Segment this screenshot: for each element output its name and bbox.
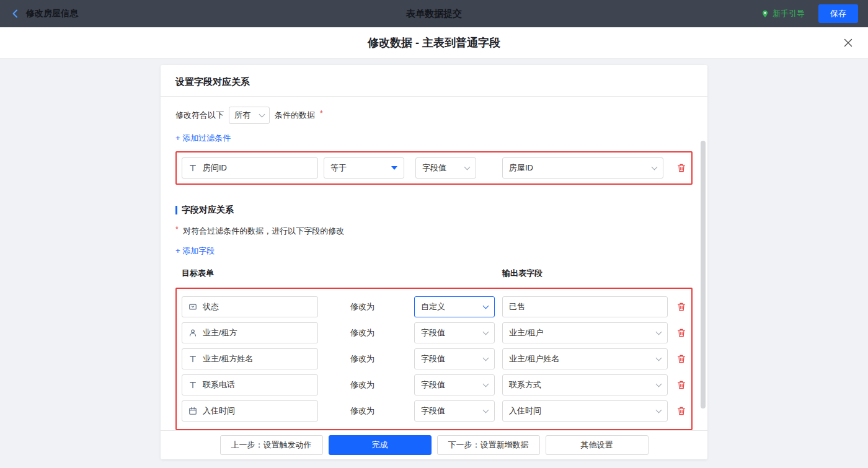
filter-condition-box: 房间ID 等于 字段值 房屋ID (175, 151, 693, 185)
modify-label: 修改为 (350, 353, 380, 364)
chevron-left-icon (10, 8, 21, 19)
modify-label: 修改为 (350, 405, 380, 417)
location-pin-icon (761, 9, 769, 19)
chevron-down-icon (483, 303, 489, 309)
filter-scope-line: 修改符合以下 所有 条件的数据 * (175, 107, 693, 124)
target-field-input[interactable]: 业主/租方 (182, 322, 318, 343)
chevron-down-icon (656, 329, 662, 335)
mapping-row: 状态 修改为 自定义 已售 (182, 296, 686, 317)
filter-value-select[interactable]: 房屋ID (502, 157, 663, 179)
trash-icon (676, 328, 686, 338)
chevron-down-icon (483, 381, 489, 387)
column-output-field: 输出表字段 (502, 268, 542, 279)
next-step-button[interactable]: 下一步：设置新增数据 (437, 435, 540, 455)
value-type-label: 字段值 (422, 162, 446, 174)
text-field-icon (188, 355, 197, 363)
trash-icon (676, 380, 686, 390)
back-label[interactable]: 修改房屋信息 (26, 8, 78, 19)
filter-scope-value: 所有 (234, 110, 250, 121)
back-button[interactable] (10, 8, 21, 19)
delete-row-icon[interactable] (676, 302, 686, 312)
trash-icon (676, 354, 686, 364)
chevron-down-icon (483, 407, 489, 413)
modify-type-select[interactable]: 字段值 (414, 400, 495, 422)
text-field-icon (188, 164, 197, 172)
output-field-select[interactable]: 联系方式 (502, 374, 668, 395)
done-button[interactable]: 完成 (329, 435, 432, 455)
filter-suffix-label: 条件的数据 (275, 110, 315, 121)
operator-select[interactable]: 等于 (324, 157, 404, 179)
topbar: 修改房屋信息 表单数据提交 新手引导 保存 (0, 0, 868, 27)
delete-row-icon[interactable] (676, 354, 686, 364)
filter-value-label: 房屋ID (509, 162, 533, 174)
target-field-input[interactable]: 状态 (182, 296, 318, 317)
filter-prefix-label: 修改符合以下 (175, 110, 224, 121)
filter-scope-select[interactable]: 所有 (229, 107, 270, 124)
filter-field-input[interactable]: 房间ID (182, 157, 318, 179)
chevron-down-icon (483, 329, 489, 335)
modify-type-select[interactable]: 自定义 (414, 296, 495, 317)
close-button[interactable] (843, 38, 853, 48)
chevron-down-icon (656, 355, 662, 361)
text-field-icon (188, 381, 197, 389)
save-button[interactable]: 保存 (818, 4, 858, 23)
card-title: 设置字段对应关系 (161, 65, 707, 97)
settings-card: 设置字段对应关系 修改符合以下 所有 条件的数据 * + 添加过滤条件 (161, 65, 707, 459)
add-field-link[interactable]: + 添加字段 (175, 245, 215, 257)
mapping-row: 入住时间 修改为 字段值 入住时间 (182, 400, 686, 422)
delete-condition-icon[interactable] (676, 163, 686, 173)
output-field-select[interactable]: 入住时间 (502, 400, 668, 422)
modify-type-select[interactable]: 字段值 (414, 374, 495, 395)
mapping-description: * 对符合过滤条件的数据，进行以下字段的修改 (175, 226, 693, 237)
required-mark: * (320, 109, 323, 118)
other-settings-button[interactable]: 其他设置 (546, 435, 649, 455)
operator-value: 等于 (330, 162, 347, 174)
chevron-down-icon (652, 164, 658, 170)
trash-icon (676, 302, 686, 312)
modify-label: 修改为 (350, 379, 380, 391)
output-field-select[interactable]: 业主/租户姓名 (502, 348, 668, 369)
modal-body: 设置字段对应关系 修改符合以下 所有 条件的数据 * + 添加过滤条件 (0, 59, 868, 468)
chevron-down-icon (656, 407, 662, 413)
column-target-form: 目标表单 (182, 268, 214, 279)
modify-type-select[interactable]: 字段值 (414, 322, 495, 343)
card-footer: 上一步：设置触发动作 完成 下一步：设置新增数据 其他设置 (161, 430, 707, 459)
value-type-select[interactable]: 字段值 (415, 157, 476, 179)
dropdown-caret-icon (391, 166, 397, 170)
mapping-section-title: 字段对应关系 (175, 205, 693, 216)
target-field-input[interactable]: 业主/租方姓名 (182, 348, 318, 369)
field-mapping-box: 状态 修改为 自定义 已售 (175, 288, 693, 430)
delete-row-icon[interactable] (676, 328, 686, 338)
prev-step-button[interactable]: 上一步：设置触发动作 (220, 435, 323, 455)
column-headers: 目标表单 输出表字段 (175, 268, 693, 279)
mapping-row: 联系电话 修改为 字段值 联系方式 (182, 374, 686, 395)
delete-row-icon[interactable] (676, 380, 686, 390)
guide-label: 新手引导 (773, 8, 805, 19)
chevron-down-icon (259, 112, 265, 118)
scrollbar-thumb[interactable] (701, 141, 706, 408)
delete-row-icon[interactable] (676, 406, 686, 416)
modify-label: 修改为 (350, 301, 380, 312)
newbie-guide-link[interactable]: 新手引导 (761, 8, 805, 19)
user-field-icon (188, 329, 197, 337)
modal-header: 修改数据 - 主表到普通字段 (0, 27, 868, 59)
chevron-down-icon (464, 164, 471, 170)
dropdown-field-icon (188, 302, 197, 311)
output-field-select[interactable]: 业主/租户 (502, 322, 668, 343)
required-mark: * (175, 225, 179, 234)
date-field-icon (188, 407, 197, 415)
modify-type-select[interactable]: 字段值 (414, 348, 495, 369)
section-bar (175, 206, 177, 214)
modify-label: 修改为 (350, 327, 380, 338)
target-field-input[interactable]: 入住时间 (182, 400, 318, 422)
modal-title: 修改数据 - 主表到普通字段 (368, 35, 500, 50)
add-filter-condition-link[interactable]: + 添加过滤条件 (175, 133, 231, 144)
chevron-down-icon (656, 381, 662, 387)
page-title: 表单数据提交 (406, 8, 462, 20)
trash-icon (676, 163, 686, 173)
trash-icon (676, 406, 686, 416)
mapping-row: 业主/租方 修改为 字段值 业主/租户 (182, 322, 686, 343)
mapping-row: 业主/租方姓名 修改为 字段值 业主/租户姓名 (182, 348, 686, 369)
target-field-input[interactable]: 联系电话 (182, 374, 318, 395)
custom-value-input[interactable]: 已售 (502, 296, 668, 317)
